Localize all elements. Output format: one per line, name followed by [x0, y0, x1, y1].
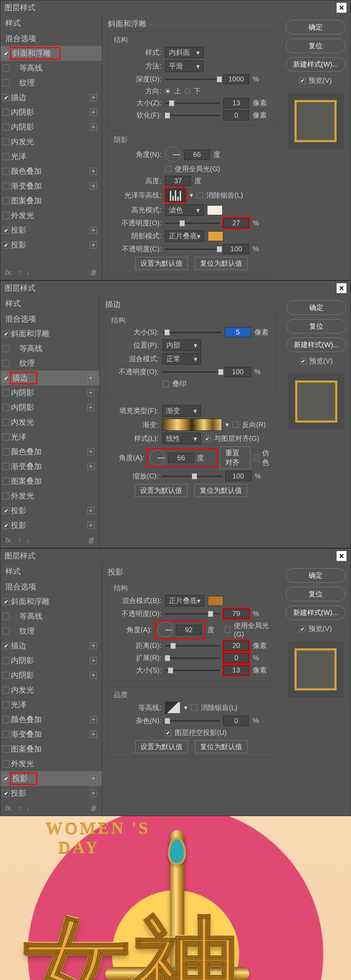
angle-dial[interactable] — [150, 450, 165, 465]
chevron-down-icon[interactable]: ▾ — [226, 420, 229, 429]
close-icon[interactable]: × — [337, 3, 346, 13]
style-checkbox[interactable] — [2, 138, 10, 145]
style-item-4[interactable]: 内阴影+ — [0, 653, 102, 668]
highlight-color-swatch[interactable] — [207, 205, 222, 215]
add-effect-icon[interactable]: + — [90, 657, 97, 664]
arrow-down-icon[interactable]: ↓ — [26, 804, 30, 812]
position-select[interactable]: 内部 — [162, 339, 201, 351]
style-item-7[interactable]: 光泽 — [0, 149, 102, 164]
style-checkbox[interactable] — [2, 463, 10, 470]
trash-icon[interactable]: 🗑 — [87, 536, 94, 544]
fill-type-select[interactable]: 渐变 — [162, 405, 201, 417]
style-item-3[interactable]: 描边+ — [0, 371, 99, 385]
add-effect-icon[interactable]: + — [90, 716, 97, 723]
reset-default-button[interactable]: 复位为默认值 — [195, 257, 248, 270]
style-checkbox[interactable] — [2, 345, 10, 352]
shadow-mode-select[interactable]: 正片叠底 — [165, 230, 204, 242]
fx-icon[interactable]: fx. — [5, 804, 13, 812]
add-effect-icon[interactable]: + — [90, 183, 97, 189]
align-checkbox[interactable] — [204, 436, 211, 442]
global-light-checkbox[interactable] — [165, 166, 171, 172]
add-effect-icon[interactable]: + — [87, 389, 94, 396]
highlight-opacity-slider[interactable] — [165, 223, 220, 224]
style-checkbox[interactable] — [2, 775, 10, 782]
size-input[interactable]: 13 — [223, 98, 249, 108]
add-effect-icon[interactable]: + — [90, 731, 97, 738]
style-item-0[interactable]: 斜面和浮雕 — [0, 46, 102, 61]
blend-mode-select[interactable]: 正片叠底 — [165, 595, 204, 606]
style-checkbox[interactable] — [2, 197, 10, 204]
add-effect-icon[interactable]: + — [90, 790, 97, 797]
fx-icon[interactable]: fx. — [5, 536, 13, 544]
style-checkbox[interactable] — [2, 701, 10, 708]
style-item-0[interactable]: 斜面和浮雕 — [0, 594, 102, 609]
highlight-mode-select[interactable]: 滤色 — [165, 204, 203, 216]
reverse-checkbox[interactable] — [232, 422, 239, 428]
style-checkbox[interactable] — [2, 790, 10, 797]
knockout-checkbox[interactable] — [165, 730, 171, 736]
contour-picker[interactable] — [165, 702, 180, 714]
style-item-13[interactable]: 投影+ — [0, 238, 102, 252]
add-effect-icon[interactable]: + — [87, 463, 94, 470]
spread-slider[interactable] — [165, 657, 220, 659]
style-checkbox[interactable] — [2, 731, 10, 738]
add-effect-icon[interactable]: + — [90, 124, 97, 130]
style-item-2[interactable]: 纹理 — [0, 356, 99, 371]
style-checkbox[interactable] — [2, 760, 10, 767]
soften-input[interactable]: 0 — [223, 110, 249, 120]
style-item-9[interactable]: 渐变叠加+ — [0, 727, 102, 742]
angle-input[interactable]: 66 — [168, 453, 194, 463]
style-checkbox[interactable] — [2, 94, 10, 101]
style-item-13[interactable]: 投影+ — [0, 518, 99, 533]
style-checkbox[interactable] — [2, 80, 10, 86]
style-checkbox[interactable] — [2, 212, 10, 219]
style-item-1[interactable]: 等高线 — [0, 341, 99, 356]
style-item-6[interactable]: 内发光 — [0, 415, 99, 430]
reset-default-button[interactable]: 复位为默认值 — [195, 740, 248, 753]
style-item-9[interactable]: 渐变叠加+ — [0, 459, 99, 474]
add-effect-icon[interactable]: + — [90, 227, 97, 234]
style-item-12[interactable]: 投影+ — [0, 503, 99, 518]
style-item-11[interactable]: 外发光 — [0, 756, 102, 771]
make-default-button[interactable]: 设置为默认值 — [135, 484, 187, 497]
reset-alignment-button[interactable]: 重置对齐 — [220, 447, 251, 469]
new-style-button[interactable]: 新建样式(W)... — [286, 57, 345, 72]
style-item-7[interactable]: 光泽 — [0, 697, 102, 712]
style-checkbox[interactable] — [2, 227, 10, 234]
style-item-4[interactable]: 内阴影+ — [0, 385, 99, 400]
style-item-3[interactable]: 描边+ — [0, 638, 102, 653]
opacity-slider[interactable] — [165, 613, 220, 615]
fx-icon[interactable]: fx. — [5, 269, 13, 277]
style-checkbox[interactable] — [2, 507, 10, 514]
dither-checkbox[interactable] — [254, 455, 259, 461]
style-checkbox[interactable] — [2, 687, 10, 694]
add-effect-icon[interactable]: + — [87, 522, 94, 529]
angle-input[interactable]: 66 — [184, 150, 210, 160]
style-checkbox[interactable] — [2, 657, 10, 664]
chevron-down-icon[interactable]: ▾ — [184, 703, 187, 712]
gloss-contour[interactable] — [165, 188, 186, 202]
style-checkbox[interactable] — [2, 50, 10, 57]
opacity-slider[interactable] — [162, 371, 221, 373]
trash-icon[interactable]: 🗑 — [90, 804, 97, 812]
style-item-8[interactable]: 颜色叠加+ — [0, 444, 99, 459]
style-item-12[interactable]: 投影+ — [0, 223, 102, 238]
new-style-button[interactable]: 新建样式(W)... — [286, 338, 346, 352]
style-checkbox[interactable] — [2, 360, 10, 367]
style-item-10[interactable]: 图案叠加 — [0, 474, 99, 488]
opacity-input[interactable]: 100 — [225, 367, 251, 377]
style-checkbox[interactable] — [2, 124, 10, 130]
style-checkbox[interactable] — [2, 389, 10, 396]
preview-checkbox[interactable] — [299, 626, 306, 632]
trash-icon[interactable]: 🗑 — [90, 269, 97, 277]
arrow-down-icon[interactable]: ↓ — [26, 536, 30, 544]
style-item-2[interactable]: 纹理 — [0, 75, 102, 90]
add-effect-icon[interactable]: + — [87, 374, 94, 382]
shadow-opacity-slider[interactable] — [165, 248, 220, 250]
stroke-size-slider[interactable] — [162, 332, 221, 333]
reset-default-button[interactable]: 复位为默认值 — [194, 484, 247, 497]
overprint-checkbox[interactable] — [162, 381, 169, 387]
style-checkbox[interactable] — [2, 598, 10, 605]
style-checkbox[interactable] — [2, 168, 10, 175]
arrow-up-icon[interactable]: ↑ — [17, 804, 21, 812]
